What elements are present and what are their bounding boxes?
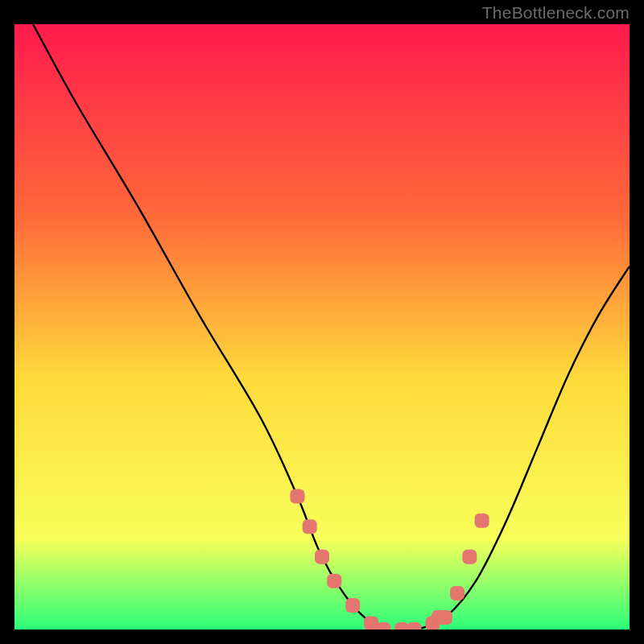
bottleneck-chart [14,24,630,630]
marker-point [303,519,317,534]
chart-frame [14,24,630,630]
watermark-text: TheBottleneck.com [482,3,630,23]
marker-point [327,574,341,588]
marker-point [450,586,464,601]
marker-point [407,622,422,630]
marker-point [376,622,390,630]
marker-point [475,514,489,528]
marker-point [462,550,477,564]
marker-point [345,598,360,613]
marker-point [290,489,304,504]
gradient-background [14,24,630,630]
marker-point [438,610,452,625]
marker-point [315,550,329,564]
